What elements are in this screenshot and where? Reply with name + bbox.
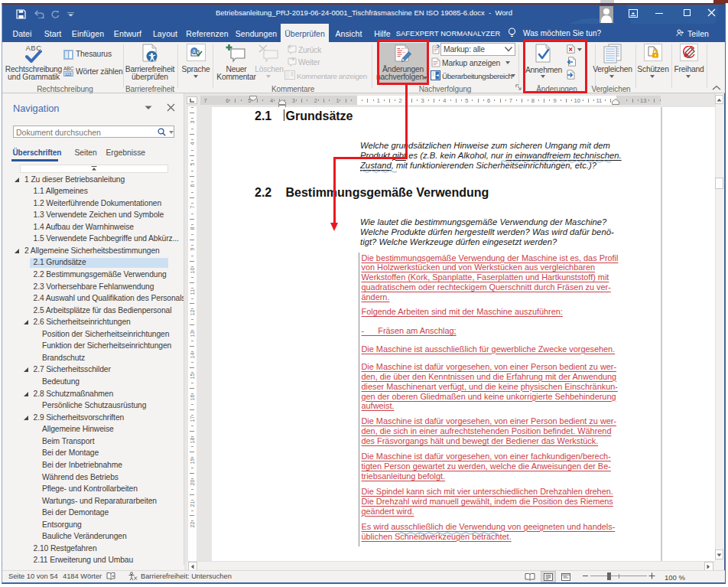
svg-text:a: a [193, 48, 196, 54]
